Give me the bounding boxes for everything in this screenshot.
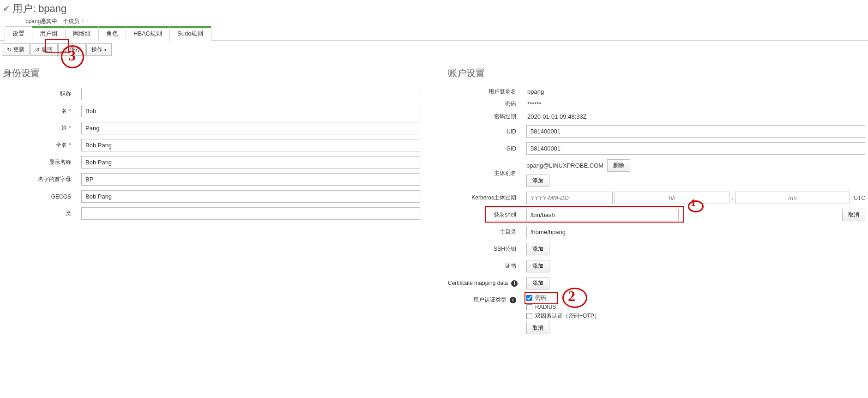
label-principal-alias: 主体别名 [494,170,516,176]
actions-label: 操作 [91,46,102,54]
account-title: 账户设置 [448,67,865,79]
pwd-expiry-value: 2020-01-01 09:48:33Z [526,113,587,120]
undo-icon: ↺ [35,47,40,53]
principal-alias-value: bpang@LINUXPROBE.COM [526,162,603,169]
time-separator: : [731,194,733,201]
save-button[interactable]: ⇪ 保存 [58,43,86,56]
auth-password-label: 密码 [535,294,546,302]
kerberos-date-input[interactable] [526,192,613,204]
tabs: 设置用户组网络组角色HBAC规则Sudo规则 [5,26,868,41]
title-prefix: 用户: [12,2,36,16]
refresh-button[interactable]: ↻ 更新 [2,43,30,56]
tab-设置[interactable]: 设置 [5,26,32,41]
label-initials: 名字的首字母 [38,176,71,182]
uid-input[interactable] [526,125,865,138]
required-star: * [69,108,71,114]
label-pwd-expiry: 密码过期 [494,113,516,120]
label-auth-types: 用户认证类型 [473,296,506,303]
auth-two-factor-label: 双因素认证（密码+OTP） [535,312,600,320]
label-certs: 证书 [505,263,516,269]
required-star: * [69,142,71,148]
label-home: 主目录 [500,229,516,235]
job-title-input[interactable] [81,88,420,100]
auth-password-checkbox[interactable]: 密码 [526,294,865,302]
refresh-icon: ↻ [7,47,12,53]
tab-用户组[interactable]: 用户组 [32,26,66,41]
toolbar: ↻ 更新 ↺ 返回 ⇪ 保存 操作 ▾ 3 [0,41,868,59]
label-display-name: 显示名称 [49,159,71,165]
class-input[interactable] [81,207,420,220]
label-uid: UID [506,128,516,135]
tab-HBAC规则[interactable]: HBAC规则 [126,26,170,41]
chevron-down-icon: ▾ [104,48,107,52]
delete-principal-button[interactable]: 删除 [607,159,630,172]
label-job-title: 职称 [60,90,71,97]
auth-radius-box[interactable] [526,304,533,310]
gid-input[interactable] [526,142,865,155]
info-icon[interactable]: i [511,280,518,287]
subtitle: bpang是其中一个成员： [25,18,868,26]
label-class: 类 [66,210,71,217]
auth-cancel-button[interactable]: 取消 [526,322,549,334]
label-first-name: 名 [61,108,67,114]
back-label: 返回 [42,46,53,54]
label-login: 用户登录名 [488,88,516,95]
label-gecos: GECOS [51,193,71,200]
add-principal-button[interactable]: 添加 [526,175,549,187]
add-cert-map-button[interactable]: 添加 [526,277,549,289]
upload-icon: ⇪ [63,47,68,53]
login-shell-input[interactable] [526,209,679,221]
tab-网络组[interactable]: 网络组 [65,26,99,41]
auth-two-factor-box[interactable] [526,313,533,320]
kerberos-mn-input[interactable] [735,192,850,204]
auth-password-box[interactable] [526,295,533,302]
tab-Sudo规则[interactable]: Sudo规则 [169,26,211,41]
refresh-label: 更新 [13,46,24,54]
identity-section: 身份设置 职称 名* 姓* 全名* 显示名称 名字的首字母 GECOS [3,67,420,339]
login-shell-cancel-button[interactable]: 取消 [842,209,865,221]
first-name-input[interactable] [81,105,420,117]
label-password: 密码 [505,101,516,107]
auth-radius-label: RADIUS [535,304,556,310]
utc-label: UTC [854,195,865,201]
full-name-input[interactable] [81,139,420,151]
title-username: bpang [38,3,66,15]
check-icon: ✔ [3,4,10,14]
add-ssh-key-button[interactable]: 添加 [526,243,549,255]
initials-input[interactable] [81,173,420,186]
label-cert-map: Certificate mapping data [448,280,508,286]
label-kerberos-expiry: Kerberos主体过期 [471,194,516,201]
required-star: * [69,125,71,131]
label-gid: GID [506,145,516,152]
auth-two-factor-checkbox[interactable]: 双因素认证（密码+OTP） [526,312,865,320]
kerberos-hh-input[interactable] [615,192,729,204]
login-value: bpang [526,88,544,95]
back-button[interactable]: ↺ 返回 [30,43,58,56]
label-full-name: 全名 [56,142,67,148]
gecos-input[interactable] [81,190,420,203]
auth-radius-checkbox[interactable]: RADIUS [526,304,865,310]
home-input[interactable] [526,226,865,238]
add-cert-button[interactable]: 添加 [526,260,549,272]
label-last-name: 姓 [61,125,67,131]
label-ssh-keys: SSH公钥 [494,246,516,252]
save-label: 保存 [70,46,81,54]
last-name-input[interactable] [81,122,420,134]
label-login-shell: 登录shell [494,211,516,218]
account-section: 账户设置 用户登录名 bpang 密码 ****** 密码过期 2020-01-… [448,67,865,339]
password-value: ****** [526,101,541,108]
info-icon[interactable]: i [510,297,516,303]
identity-title: 身份设置 [3,67,420,79]
page-title: ✔ 用户: bpang [0,0,868,18]
tab-角色[interactable]: 角色 [98,26,126,41]
actions-button[interactable]: 操作 ▾ [86,43,112,56]
display-name-input[interactable] [81,156,420,169]
